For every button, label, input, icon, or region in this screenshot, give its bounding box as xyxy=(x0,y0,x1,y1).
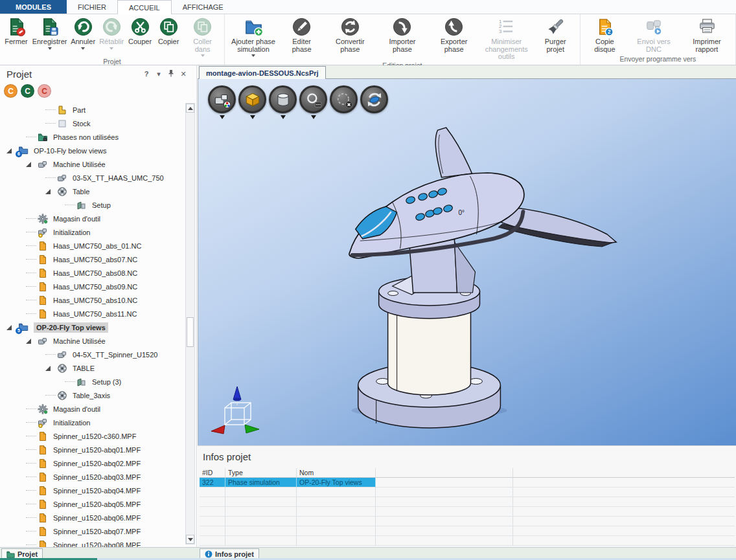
expand-arrow-icon[interactable] xyxy=(6,325,12,330)
pin-icon[interactable] xyxy=(167,69,175,78)
tree-scrollbar[interactable] xyxy=(185,103,195,544)
ribbon-button-enregistrer[interactable]: Enregistrer xyxy=(30,16,69,50)
dropdown-caret-icon[interactable] xyxy=(48,47,52,50)
table-row[interactable] xyxy=(200,526,735,536)
ribbon-button-exporter-phase[interactable]: Exporter phase xyxy=(428,16,480,54)
dropdown-caret-icon[interactable] xyxy=(250,115,255,119)
tree-item-table-3axis[interactable]: Table_3axis xyxy=(0,388,185,402)
dropdown-caret-icon[interactable] xyxy=(311,115,316,119)
table-row[interactable] xyxy=(200,536,735,546)
ribbon-button-convertir-phase[interactable]: Convertir phase xyxy=(323,16,376,54)
tree-item-spinner-u1520-abq04-mpf[interactable]: Spinner_u1520-abq04.MPF xyxy=(0,484,185,497)
table-row[interactable] xyxy=(200,497,735,507)
tree-connector xyxy=(26,232,36,232)
tree-item-initialization[interactable]: Initialization xyxy=(0,225,185,239)
ribbon-button-importer-phase[interactable]: Importer phase xyxy=(376,16,428,54)
c-red-icon[interactable]: C xyxy=(38,84,51,98)
dropdown-caret-icon[interactable] xyxy=(81,47,85,50)
ribbon-button-coller-dans[interactable]: Coller dans xyxy=(183,16,222,58)
ribbon-button-purger-projet[interactable]: Purger projet xyxy=(533,16,578,54)
ribbon-button-editer-phase[interactable]: Editer phase xyxy=(280,16,323,54)
tree-item-table[interactable]: Table xyxy=(0,185,185,198)
c-green-icon[interactable]: C xyxy=(21,84,34,98)
tab-modules[interactable]: MODULES xyxy=(0,0,67,14)
refresh-view-button[interactable] xyxy=(360,85,388,113)
dropdown-caret-icon[interactable] xyxy=(281,115,286,119)
selection-button[interactable] xyxy=(330,85,358,113)
tree-item-stock[interactable]: Stock xyxy=(0,117,185,130)
tree-item-haas-umc750-abs08-nc[interactable]: Haas_UMC750_abs08.NC xyxy=(0,266,185,280)
tree-item-03-5x-tt-haas-umc-750[interactable]: 03-5X_TT_HAAS_UMC_750 xyxy=(0,171,185,185)
tree-item-magasin-d-outil[interactable]: Magasin d'outil xyxy=(0,402,185,416)
document-tab[interactable]: montage-avion-DESSOUS.NcsPrj xyxy=(199,66,326,79)
zoom-button[interactable] xyxy=(299,85,327,113)
tree-item-haas-umc750-abs-01-nc[interactable]: Haas_UMC750_abs_01.NC xyxy=(0,239,185,252)
expand-arrow-icon[interactable] xyxy=(26,339,31,344)
tree-item-op-10-fly-below-views[interactable]: 6OP-10-Fly below views xyxy=(0,144,185,157)
ribbon-button-minimiser-changements-outils[interactable]: 123Minimiser changements outils xyxy=(480,16,533,62)
tree-item-op-20-fly-top-views[interactable]: 5OP-20-Fly Top views xyxy=(0,320,185,334)
tree-item-setup-3[interactable]: Setup (3) xyxy=(0,375,185,388)
tree-item-table[interactable]: TABLE xyxy=(0,361,185,375)
tree-item-spinner-u1520-abq01-mpf[interactable]: Spinner_u1520-abq01.MPF xyxy=(0,443,185,456)
tree-item-phases-non-utilis-es[interactable]: Phases non utilisées xyxy=(0,130,185,144)
tree-item-haas-umc750-abs10-nc[interactable]: Haas_UMC750_abs10.NC xyxy=(0,293,185,307)
table-row[interactable]: 322Phase simulationOP-20-Fly Top views xyxy=(200,478,735,487)
help-icon[interactable]: ? xyxy=(143,70,150,78)
tab-accueil[interactable]: ACCUEIL xyxy=(117,0,172,14)
tree-item-spinner-u1520-abq03-mpf[interactable]: Spinner_u1520-abq03.MPF xyxy=(0,470,185,484)
tree-item-haas-umc750-abs09-nc[interactable]: Haas_UMC750_abs09.NC xyxy=(0,280,185,293)
tree-item-haas-umc750-abs07-nc[interactable]: Haas_UMC750_abs07.NC xyxy=(0,252,185,266)
ribbon-button-ajouter-phase-simulation[interactable]: Ajouter phase simulation xyxy=(227,16,280,58)
tree-connector xyxy=(26,313,36,314)
dropdown-caret-icon[interactable] xyxy=(201,54,205,57)
table-cell xyxy=(376,478,513,487)
tree-item-spinner-u1520-abq05-mpf[interactable]: Spinner_u1520-abq05.MPF xyxy=(0,497,185,511)
ribbon-button-r-tablir[interactable]: Rétablir xyxy=(97,16,126,50)
tree-item-04-5x-tt-spinner-u1520[interactable]: 04-5X_TT_Spinner_U1520 xyxy=(0,348,185,361)
tree-item-spinner-u1520-abq07-mpf[interactable]: Spinner_u1520-abq07.MPF xyxy=(0,524,185,538)
scroll-thumb[interactable] xyxy=(187,317,194,347)
c-orange-icon[interactable]: C xyxy=(4,84,17,98)
dropdown-caret-icon[interactable] xyxy=(109,47,113,50)
tree-item-haas-umc750-abs11-nc[interactable]: Haas_UMC750_abs11.NC xyxy=(0,307,185,320)
ribbon-button-copie-disque[interactable]: 2Copie disque xyxy=(582,16,627,54)
table-row[interactable] xyxy=(200,517,735,526)
scroll-up-button[interactable] xyxy=(186,104,194,113)
tab-affichage[interactable]: AFFICHAGE xyxy=(172,0,235,14)
tree-item-spinner-u1520-abq02-mpf[interactable]: Spinner_u1520-abq02.MPF xyxy=(0,456,185,470)
tree-item-spinner-u1520-abq08-mpf[interactable]: Spinner_u1520-abq08.MPF xyxy=(0,538,185,547)
ribbon-button-couper[interactable]: Couper xyxy=(126,16,154,47)
tree-item-machine-utilis-e[interactable]: Machine Utilisée xyxy=(0,157,185,171)
table-row[interactable] xyxy=(200,507,735,517)
tree-item-magasin-d-outil[interactable]: Magasin d'outil xyxy=(0,212,185,225)
expand-arrow-icon[interactable] xyxy=(45,189,51,194)
machine-display-button[interactable] xyxy=(208,85,236,113)
tree-connector xyxy=(26,422,36,423)
part-display-button[interactable] xyxy=(238,85,266,113)
ribbon-button-fermer[interactable]: Fermer xyxy=(2,16,30,47)
tab-fichier[interactable]: FICHIER xyxy=(67,0,117,14)
chevron-down-icon[interactable]: ▾ xyxy=(155,70,163,78)
dropdown-caret-icon[interactable] xyxy=(251,54,255,57)
ribbon-button-annuler[interactable]: Annuler xyxy=(69,16,97,50)
ribbon-button-imprimer-rapport[interactable]: Imprimer rapport xyxy=(680,16,733,54)
scroll-down-button[interactable] xyxy=(186,535,194,544)
dropdown-caret-icon[interactable] xyxy=(220,115,225,119)
expand-arrow-icon[interactable] xyxy=(6,148,12,153)
ribbon-button-envoi-vers-dnc[interactable]: Envoi vers DNC xyxy=(627,16,680,54)
tree-item-spinner-u1520-abq06-mpf[interactable]: Spinner_u1520-abq06.MPF xyxy=(0,511,185,524)
expand-arrow-icon[interactable] xyxy=(45,366,51,371)
tree-item-initialization[interactable]: Initialization xyxy=(0,416,185,429)
close-icon[interactable]: ✕ xyxy=(179,70,187,78)
tree-item-setup[interactable]: Setup xyxy=(0,198,185,212)
tree-item-machine-utilis-e[interactable]: Machine Utilisée xyxy=(0,334,185,348)
3d-viewport[interactable]: 0° xyxy=(198,79,736,445)
expand-arrow-icon[interactable] xyxy=(26,162,31,167)
table-row[interactable] xyxy=(200,487,735,497)
ribbon-button-copier[interactable]: Copier xyxy=(154,16,183,47)
tree-item-part[interactable]: Part xyxy=(0,103,185,117)
stock-display-button[interactable] xyxy=(269,85,297,113)
file-icon xyxy=(38,526,48,537)
tree-item-spinner-u1520-c360-mpf[interactable]: Spinner_u1520-c360.MPF xyxy=(0,429,185,443)
